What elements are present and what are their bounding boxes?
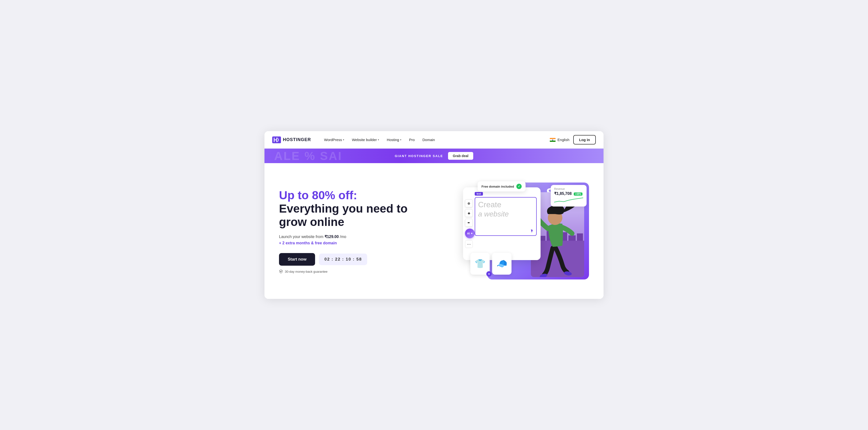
free-domain-card: Free domain included ✓ [477, 181, 526, 192]
hero-section: Up to 80% off: Everything you need to gr… [265, 163, 603, 299]
product-card-tshirt: 👕 + [470, 253, 490, 275]
countdown-timer: 02 : 22 : 10 : 58 [319, 254, 367, 265]
builder-text-area[interactable]: Create a website [475, 197, 537, 236]
nav-item-hosting[interactable]: Hosting ▾ [383, 136, 405, 144]
hero-left: Up to 80% off: Everything you need to gr… [279, 189, 414, 274]
builder-toolbar: ⊕ ◈ ✒ AI ✦ ⋯ [465, 200, 475, 248]
language-selector[interactable]: English [550, 138, 569, 142]
layers-icon[interactable]: ◈ [465, 209, 473, 217]
svg-rect-7 [562, 232, 567, 241]
nav-item-wordpress[interactable]: WordPress ▾ [321, 136, 347, 144]
pen-icon[interactable]: ✒ [465, 219, 473, 227]
revenue-chart [554, 197, 583, 203]
ai-button[interactable]: AI ✦ [465, 229, 475, 238]
hero-subtitle: Launch your website from ₹129.00 /mo [279, 234, 414, 239]
guarantee-text: 30-day money-back guarantee [279, 269, 414, 274]
cursor-icon [530, 229, 533, 233]
svg-rect-4 [540, 236, 546, 241]
revenue-card: Revenue ₹1,85,708 +48% [551, 185, 587, 206]
illustration-container: SALE [463, 178, 589, 284]
add-product-button[interactable]: + [486, 271, 492, 277]
product-cards: 👕 + 🧢 [470, 253, 512, 275]
free-domain-label: Free domain included [482, 185, 514, 188]
text-badge: text [475, 192, 483, 196]
nav-right: English Log in [550, 135, 596, 144]
chevron-down-icon: ▾ [400, 138, 401, 141]
svg-rect-9 [577, 233, 583, 241]
india-flag-icon [550, 138, 556, 142]
nav-items: WordPress ▾ Website builder ▾ Hosting ▾ … [321, 136, 550, 144]
chevron-down-icon: ▾ [378, 138, 379, 141]
product-card-cap: 🧢 [492, 253, 512, 275]
revenue-amount: ₹1,85,708 [554, 192, 571, 196]
website-builder-card: ⊕ ◈ ✒ AI ✦ ⋯ text Create [463, 188, 540, 260]
hero-cta-row: Start now 02 : 22 : 10 : 58 [279, 253, 414, 266]
check-icon: ✓ [516, 184, 522, 189]
hero-title: Up to 80% off: Everything you need to gr… [279, 189, 414, 229]
navbar: HOSTINGER WordPress ▾ Website builder ▾ … [265, 131, 603, 149]
start-now-button[interactable]: Start now [279, 253, 315, 266]
login-button[interactable]: Log in [573, 135, 596, 144]
promo-label: GIANT HOSTINGER SALE [395, 154, 443, 158]
hostinger-logo-icon [272, 137, 281, 143]
more-options-button[interactable]: ⋯ [465, 240, 473, 248]
promo-bg-text: ALE % SAI [265, 149, 342, 163]
page-wrapper: HOSTINGER WordPress ▾ Website builder ▾ … [265, 131, 603, 299]
logo-area[interactable]: HOSTINGER [272, 137, 311, 143]
revenue-label: Revenue [554, 188, 583, 190]
revenue-amount-row: ₹1,85,708 +48% [554, 191, 583, 196]
language-label: English [558, 138, 569, 142]
shield-icon [279, 269, 283, 274]
grab-deal-button[interactable]: Grab deal [448, 152, 473, 160]
nav-item-website-builder[interactable]: Website builder ▾ [348, 136, 382, 144]
create-heading: Create a website [478, 200, 533, 219]
builder-content-area: text Create a website [463, 188, 540, 260]
promo-banner: ALE % SAI GIANT HOSTINGER SALE Grab deal [265, 149, 603, 163]
tshirt-icon: 👕 [475, 259, 486, 269]
cap-icon: 🧢 [496, 259, 507, 269]
logo-text: HOSTINGER [283, 137, 311, 142]
zoom-icon[interactable]: ⊕ [465, 200, 473, 207]
hero-right: SALE [424, 175, 589, 287]
chevron-down-icon: ▾ [343, 138, 344, 141]
revenue-growth-badge: +48% [574, 193, 583, 196]
nav-item-domain[interactable]: Domain [419, 136, 438, 144]
hero-extra: + 2 extra months & free domain [279, 241, 414, 245]
nav-item-pro[interactable]: Pro [406, 136, 418, 144]
svg-rect-8 [568, 235, 576, 241]
